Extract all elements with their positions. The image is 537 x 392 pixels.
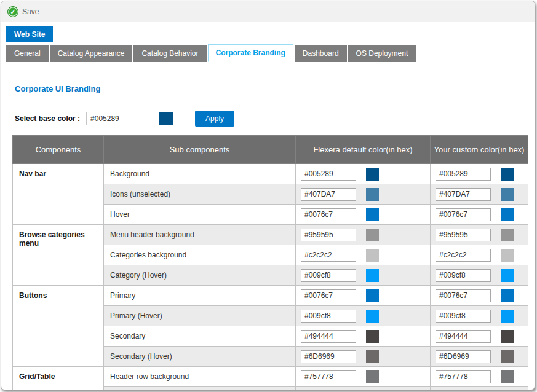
- default-color-cell: [296, 347, 431, 367]
- default-color-cell: [296, 306, 431, 326]
- custom-color-cell: [431, 367, 528, 387]
- default-color-swatch: [366, 208, 379, 221]
- apply-button[interactable]: Apply: [195, 111, 234, 127]
- column-header: Sub components: [104, 136, 296, 164]
- default-color-swatch: [366, 289, 379, 302]
- branding-table: ComponentsSub componentsFlexera default …: [12, 135, 528, 390]
- custom-color-cell: [431, 245, 528, 265]
- custom-color-cell: [431, 387, 528, 391]
- default-color-cell: [296, 245, 431, 265]
- default-color-swatch: [366, 229, 379, 241]
- tab-strip: GeneralCatalog AppearanceCatalog Behavio…: [1, 45, 535, 62]
- default-color-cell: [296, 326, 431, 347]
- custom-color-cell: [431, 265, 528, 286]
- default-color-input[interactable]: [301, 168, 356, 181]
- default-color-cell: [296, 367, 431, 387]
- custom-color-input[interactable]: [436, 168, 491, 181]
- custom-color-input[interactable]: [436, 350, 491, 363]
- custom-color-cell: [431, 225, 528, 245]
- table-body: Nav barBackgroundIcons (unselected)Hover…: [13, 164, 528, 391]
- custom-color-input[interactable]: [436, 310, 491, 323]
- table-row: Grid/TableHeader row background: [13, 367, 528, 387]
- custom-color-input[interactable]: [436, 249, 491, 262]
- base-color-swatch: [159, 112, 173, 125]
- sub-component-cell: Primary: [104, 286, 296, 306]
- custom-color-input[interactable]: [436, 208, 491, 221]
- default-color-input[interactable]: [301, 249, 356, 262]
- tab-web-site[interactable]: Web Site: [6, 26, 53, 42]
- default-color-swatch: [366, 168, 379, 181]
- default-color-input[interactable]: [301, 269, 356, 282]
- default-color-input[interactable]: [301, 310, 356, 323]
- table-row: Browse categories menuMenu header backgr…: [13, 225, 528, 245]
- toolbar: ✓ Save: [1, 1, 535, 22]
- component-cell: Grid/Table: [13, 367, 104, 391]
- custom-color-cell: [431, 164, 528, 184]
- default-color-input[interactable]: [301, 330, 356, 343]
- content-area: Corporate UI Branding Select base color …: [1, 62, 535, 390]
- custom-color-swatch: [501, 229, 514, 241]
- sub-component-cell: Icons (unselected): [104, 184, 296, 205]
- column-header: Components: [13, 136, 104, 164]
- custom-color-cell: [431, 205, 528, 225]
- custom-color-input[interactable]: [436, 330, 491, 343]
- custom-color-input[interactable]: [436, 289, 491, 302]
- tab-corporate-branding[interactable]: Corporate Branding: [208, 44, 293, 62]
- sub-component-cell: Background: [104, 164, 296, 184]
- default-color-cell: [296, 184, 431, 205]
- custom-color-swatch: [501, 330, 514, 343]
- custom-color-input[interactable]: [436, 269, 491, 282]
- custom-color-cell: [431, 347, 528, 367]
- default-color-input[interactable]: [301, 370, 356, 383]
- default-color-input[interactable]: [301, 350, 356, 363]
- default-color-input[interactable]: [301, 208, 356, 221]
- default-color-input[interactable]: [301, 188, 356, 201]
- custom-color-swatch: [501, 188, 514, 201]
- default-color-cell: [296, 286, 431, 306]
- component-cell: Buttons: [13, 286, 104, 367]
- custom-color-swatch: [501, 249, 514, 262]
- custom-color-input[interactable]: [436, 370, 491, 383]
- custom-color-cell: [431, 286, 528, 306]
- table-row: ButtonsPrimary: [13, 286, 528, 306]
- app-window: ✓ Save Web Site GeneralCatalog Appearanc…: [1, 1, 535, 390]
- save-button[interactable]: ✓ Save: [7, 6, 39, 17]
- default-color-input[interactable]: [301, 229, 356, 241]
- table-header-row: ComponentsSub componentsFlexera default …: [13, 136, 528, 164]
- site-tab-row: Web Site: [1, 22, 535, 42]
- sub-component-cell: Primary (Hover): [104, 306, 296, 326]
- sub-component-cell: Secondary: [104, 326, 296, 347]
- table-row: Nav barBackground: [13, 164, 528, 184]
- tab-general[interactable]: General: [6, 45, 49, 62]
- base-color-row: Select base color : Apply: [15, 111, 525, 127]
- custom-color-cell: [431, 184, 528, 205]
- base-color-input[interactable]: [86, 112, 160, 125]
- column-header: Flexera default color(in hex): [296, 136, 431, 164]
- sub-component-cell: Menu header background: [104, 225, 296, 245]
- custom-color-input[interactable]: [436, 229, 491, 241]
- custom-color-swatch: [501, 168, 514, 181]
- default-color-swatch: [366, 249, 379, 262]
- save-check-icon: ✓: [7, 6, 18, 17]
- page-title: Corporate UI Branding: [15, 84, 525, 93]
- default-color-cell: [296, 164, 431, 184]
- custom-color-swatch: [501, 310, 514, 323]
- custom-color-input[interactable]: [436, 188, 491, 201]
- sub-component-cell: Categories background: [104, 245, 296, 265]
- default-color-swatch: [366, 269, 379, 282]
- column-header: Your custom color(in hex): [431, 136, 528, 164]
- component-cell: Nav bar: [13, 164, 104, 225]
- tab-dashboard[interactable]: Dashboard: [295, 45, 347, 62]
- component-cell: Browse categories menu: [13, 225, 104, 286]
- tab-catalog-appearance[interactable]: Catalog Appearance: [50, 45, 133, 62]
- default-color-cell: [296, 225, 431, 245]
- default-color-swatch: [366, 310, 379, 323]
- custom-color-swatch: [501, 289, 514, 302]
- tab-catalog-behavior[interactable]: Catalog Behavior: [133, 45, 206, 62]
- default-color-swatch: [366, 370, 379, 383]
- default-color-input[interactable]: [301, 289, 356, 302]
- sub-component-cell: Secondary (Hover): [104, 347, 296, 367]
- tab-os-deployment[interactable]: OS Deployment: [348, 45, 416, 62]
- sub-component-cell: Hover: [104, 205, 296, 225]
- default-color-swatch: [366, 188, 379, 201]
